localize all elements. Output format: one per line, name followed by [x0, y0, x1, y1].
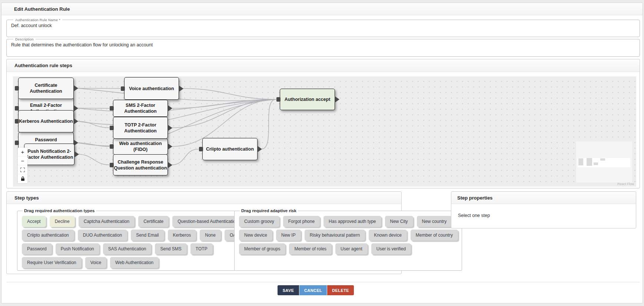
chip-password[interactable]: Password: [22, 243, 52, 254]
chip-duo-authentication[interactable]: DUO Authentication: [78, 230, 127, 241]
flow-node-challenge[interactable]: Challenge ResponseQuestion authenticatio…: [113, 154, 168, 175]
target-handle[interactable]: [121, 86, 125, 91]
flow-edge-email-accept[interactable]: [77, 99, 276, 112]
chip-risky-behavioural-pattern[interactable]: Risky behavioural pattern: [305, 230, 365, 241]
chip-has-approved-auth-type[interactable]: Has approved auth type: [323, 216, 381, 227]
chip-totp[interactable]: TOTP: [190, 243, 213, 254]
flow-minimap[interactable]: [576, 141, 632, 182]
minimap-node-3: [600, 158, 605, 161]
flow-node-label: Certificate: [34, 82, 57, 88]
chip-user-agent[interactable]: User agent: [335, 243, 368, 254]
zoom-out-button[interactable]: −: [18, 157, 27, 165]
chip-push-notification[interactable]: Push Notification: [56, 243, 99, 254]
source-handle[interactable]: [167, 143, 172, 150]
step-types-title: Step types: [14, 195, 39, 201]
chip-none[interactable]: None: [200, 230, 221, 241]
chip-kerberos[interactable]: Kerberos: [168, 230, 196, 241]
chip-row: Custom groovyForgot phoneHas approved au…: [239, 216, 458, 227]
chip-new-country[interactable]: New country: [417, 216, 452, 227]
source-handle[interactable]: [167, 105, 172, 112]
chip-member-of-country[interactable]: Member of country: [411, 230, 458, 241]
source-handle[interactable]: [167, 162, 172, 168]
flow-node-voice[interactable]: Voice authentication: [124, 77, 179, 100]
chip-custom-groovy[interactable]: Custom groovy: [239, 216, 279, 227]
source-handle[interactable]: [73, 85, 78, 92]
flow-node-certificate[interactable]: CertificateAuthentication: [18, 78, 74, 99]
flow-node-label: SMS 2-Factor: [126, 102, 155, 108]
flow-node-kerberos[interactable]: Kerberos Authentication: [18, 110, 74, 132]
chip-send-email[interactable]: Send Email: [131, 230, 164, 241]
flow-node-criipto[interactable]: Criipto authentication: [202, 138, 258, 160]
target-handle[interactable]: [15, 119, 19, 124]
chip-row: AcceptDeclineCaptcha AuthenticationCerti…: [22, 216, 248, 227]
chip-captcha-authentication[interactable]: Captcha Authentication: [79, 216, 135, 227]
flow-edge-certificate-voice[interactable]: [77, 88, 120, 89]
chip-send-sms[interactable]: Send SMS: [155, 243, 186, 254]
chip-criipto-authentication[interactable]: Criipto authentication: [22, 230, 74, 241]
delete-button[interactable]: DELETE: [327, 285, 354, 295]
chip-question-based-authentication[interactable]: Question-based Authentication: [172, 216, 243, 227]
target-handle[interactable]: [15, 141, 19, 145]
target-handle[interactable]: [110, 144, 114, 149]
target-handle[interactable]: [199, 147, 203, 151]
flow-node-web[interactable]: Web authentication(FIDO): [113, 138, 168, 155]
flow-edge-push-challenge[interactable]: [78, 154, 109, 165]
target-handle[interactable]: [276, 97, 280, 102]
description-field[interactable]: Description Rule that determines the aut…: [6, 37, 640, 57]
flow-node-label: Web authentication: [119, 141, 162, 147]
source-handle[interactable]: [167, 125, 172, 131]
lock-button[interactable]: [18, 174, 27, 183]
zoom-in-button[interactable]: +: [18, 148, 27, 157]
chip-certificate[interactable]: Certificate: [138, 216, 169, 227]
chip-member-of-roles[interactable]: Member of roles: [289, 243, 332, 254]
target-handle[interactable]: [110, 126, 114, 130]
chip-accept[interactable]: Accept: [22, 216, 46, 227]
chip-require-user-verification[interactable]: Require User Verification: [22, 257, 82, 268]
cancel-button[interactable]: CANCEL: [299, 285, 327, 295]
save-button[interactable]: SAVE: [278, 285, 299, 295]
flow-node-push[interactable]: Push Notification 2-Factor Authenticatio…: [24, 144, 74, 165]
source-handle[interactable]: [73, 118, 78, 125]
source-handle[interactable]: [179, 85, 183, 92]
flow-node-label: Challenge Response: [118, 159, 163, 165]
flow-node-totp[interactable]: TOTP 2-FactorAuthentication: [113, 117, 168, 139]
target-handle[interactable]: [110, 106, 114, 111]
chip-web-authentication[interactable]: Web Authentication: [110, 257, 159, 268]
source-handle[interactable]: [74, 151, 79, 158]
description-value[interactable]: Rule that determines the authentication …: [10, 41, 636, 47]
chip-forgot-phone[interactable]: Forgot phone: [283, 216, 320, 227]
source-handle[interactable]: [335, 96, 339, 103]
rule-name-value[interactable]: Def. account unlock: [10, 22, 636, 28]
target-handle[interactable]: [15, 86, 19, 91]
flow-node-label: Push Notification 2-: [27, 148, 71, 154]
chip-new-city[interactable]: New City: [385, 216, 413, 227]
chip-new-device[interactable]: New device: [239, 230, 272, 241]
target-handle[interactable]: [110, 163, 114, 167]
flow-edge-email-sms[interactable]: [77, 108, 109, 109]
actions-divider: [6, 282, 640, 282]
chip-new-ip[interactable]: New IP: [276, 230, 301, 241]
chip-user-is-verified[interactable]: User is verified: [371, 243, 411, 254]
flow-edge-kerberos-accept[interactable]: [77, 99, 276, 125]
chip-row: Criipto authenticationDUO Authentication…: [22, 230, 248, 241]
flow-canvas[interactable]: + −: [13, 76, 636, 187]
flow-edge-challenge-criipto[interactable]: [172, 149, 199, 165]
flow-panel-title: Authentication rule steps: [14, 63, 72, 68]
flow-node-sms[interactable]: SMS 2-FactorAuthentication: [113, 100, 168, 117]
chip-decline[interactable]: Decline: [50, 216, 75, 227]
flow-edge-voice-accept[interactable]: [183, 89, 276, 100]
chip-known-device[interactable]: Known device: [369, 230, 407, 241]
chip-sas-authentication[interactable]: SAS Authentication: [103, 243, 152, 254]
chip-voice[interactable]: Voice: [85, 257, 106, 268]
adaptive-risk-legend: Drag required adaptive risk: [240, 208, 298, 213]
fit-view-button[interactable]: [18, 165, 27, 174]
rule-name-field[interactable]: Authentication Rule Name * Def. account …: [6, 18, 640, 37]
flow-edge-criipto-accept[interactable]: [261, 99, 276, 149]
risk-chips-container: Custom groovyForgot phoneHas approved au…: [239, 216, 458, 254]
flow-node-label: Password: [35, 137, 57, 143]
flow-node-accept[interactable]: Authorization accept: [280, 89, 335, 110]
target-handle[interactable]: [15, 106, 19, 111]
source-handle[interactable]: [73, 105, 78, 112]
chip-member-of-groups[interactable]: Member of groups: [239, 243, 285, 254]
source-handle[interactable]: [257, 146, 262, 152]
